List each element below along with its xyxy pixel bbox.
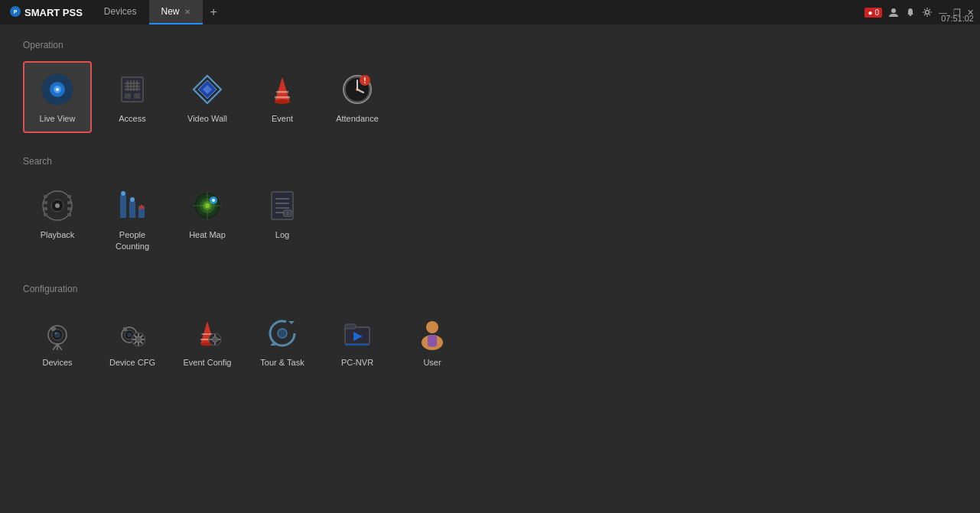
event-icon xyxy=(263,70,301,109)
app-item-live-view[interactable]: Live View xyxy=(23,61,92,133)
clock: 07:51:02 xyxy=(941,14,974,23)
settings-icon[interactable] xyxy=(922,7,933,18)
svg-rect-45 xyxy=(120,195,126,218)
configuration-section: Configuration xyxy=(23,284,957,377)
operation-items: Live View xyxy=(23,61,957,133)
app-item-video-wall[interactable]: Video Wall xyxy=(173,61,242,133)
people-counting-icon xyxy=(113,187,151,225)
app-item-user[interactable]: User xyxy=(398,305,467,377)
svg-rect-3 xyxy=(910,15,912,16)
svg-rect-38 xyxy=(44,201,47,204)
add-tab-icon: + xyxy=(210,5,217,19)
tour-task-icon xyxy=(263,314,301,352)
user-label: User xyxy=(423,357,441,368)
video-wall-label: Video Wall xyxy=(187,113,227,124)
svg-point-94 xyxy=(213,336,218,342)
app-item-device-cfg[interactable]: Device CFG xyxy=(98,305,167,377)
svg-point-78 xyxy=(127,333,132,337)
tabs-area: Devices New ✕ + xyxy=(92,0,225,24)
app-item-attendance[interactable]: ! Attendance xyxy=(323,61,392,133)
app-logo-icon: P xyxy=(9,5,21,20)
svg-rect-42 xyxy=(67,201,71,204)
search-title: Search xyxy=(23,156,957,167)
svg-text:P: P xyxy=(14,9,18,15)
svg-point-49 xyxy=(130,197,135,202)
app-item-heat-map[interactable]: Heat Map xyxy=(173,177,242,261)
svg-point-80 xyxy=(135,336,142,343)
app-logo: P SMART PSS xyxy=(0,5,92,20)
svg-point-48 xyxy=(121,191,125,196)
heat-map-icon xyxy=(188,187,226,225)
event-config-label: Event Config xyxy=(184,357,232,368)
attendance-label: Attendance xyxy=(336,113,379,124)
video-wall-icon xyxy=(188,70,226,109)
tab-add-button[interactable]: + xyxy=(203,0,225,24)
rec-dot: ● xyxy=(868,8,872,17)
event-label: Event xyxy=(272,113,293,124)
svg-point-8 xyxy=(56,88,59,91)
device-cfg-label: Device CFG xyxy=(109,357,155,368)
tab-devices[interactable]: Devices xyxy=(92,0,149,24)
pc-nvr-icon xyxy=(338,314,376,352)
user-icon[interactable] xyxy=(888,7,899,18)
search-section: Search xyxy=(23,156,957,261)
people-counting-label: People Counting xyxy=(104,229,161,252)
app-item-playback[interactable]: Playback xyxy=(23,177,92,261)
svg-rect-104 xyxy=(345,324,356,329)
svg-point-59 xyxy=(212,199,215,202)
svg-point-2 xyxy=(891,8,896,13)
app-item-event[interactable]: Event xyxy=(248,61,317,133)
heat-map-label: Heat Map xyxy=(189,229,226,240)
svg-text:!: ! xyxy=(363,76,366,85)
pc-nvr-label: PC-NVR xyxy=(341,357,373,368)
bell-icon[interactable] xyxy=(905,7,916,18)
configuration-title: Configuration xyxy=(23,284,957,294)
svg-rect-25 xyxy=(276,91,288,93)
playback-label: Playback xyxy=(41,229,75,240)
app-item-tour-task[interactable]: Tour & Task xyxy=(248,305,317,377)
rec-count: 0 xyxy=(874,8,879,17)
app-name-label: SMART PSS xyxy=(24,7,83,18)
devices-icon xyxy=(38,314,77,352)
svg-rect-46 xyxy=(129,201,135,218)
access-icon xyxy=(113,70,151,109)
operation-title: Operation xyxy=(23,40,957,50)
title-bar: P SMART PSS Devices New ✕ + ● 0 xyxy=(0,0,980,24)
live-view-label: Live View xyxy=(40,113,76,124)
svg-point-4 xyxy=(926,11,930,15)
app-item-pc-nvr[interactable]: PC-NVR xyxy=(323,305,392,377)
app-item-devices[interactable]: Devices xyxy=(23,305,92,377)
tab-new-label: New xyxy=(161,6,180,17)
app-item-log[interactable]: ≡ Log xyxy=(248,177,317,261)
app-item-event-config[interactable]: Event Config xyxy=(173,305,242,377)
svg-rect-76 xyxy=(123,327,127,331)
rec-badge: ● 0 xyxy=(864,8,882,18)
svg-line-73 xyxy=(57,344,62,350)
configuration-items: Devices xyxy=(23,305,957,377)
svg-point-24 xyxy=(275,99,290,104)
device-cfg-icon xyxy=(113,314,151,352)
log-label: Log xyxy=(275,229,289,240)
svg-rect-11 xyxy=(125,93,131,99)
user-icon xyxy=(413,314,451,352)
event-config-icon xyxy=(188,314,226,352)
tab-new-close-icon[interactable]: ✕ xyxy=(184,8,190,16)
svg-point-107 xyxy=(426,321,438,333)
tab-new[interactable]: New ✕ xyxy=(149,0,203,24)
app-item-access[interactable]: Access xyxy=(98,61,167,133)
app-item-people-counting[interactable]: People Counting xyxy=(98,177,167,261)
log-icon: ≡ xyxy=(263,187,301,225)
svg-point-36 xyxy=(55,203,60,208)
svg-rect-43 xyxy=(67,207,71,210)
svg-rect-39 xyxy=(44,207,47,210)
svg-point-71 xyxy=(55,332,57,334)
live-view-icon xyxy=(38,70,77,109)
playback-icon xyxy=(38,187,77,225)
svg-point-102 xyxy=(278,329,287,338)
tab-devices-label: Devices xyxy=(104,6,137,17)
devices-label: Devices xyxy=(42,357,72,368)
svg-line-72 xyxy=(53,344,57,350)
svg-rect-106 xyxy=(345,344,370,346)
svg-rect-41 xyxy=(67,195,71,198)
svg-rect-40 xyxy=(44,213,47,216)
